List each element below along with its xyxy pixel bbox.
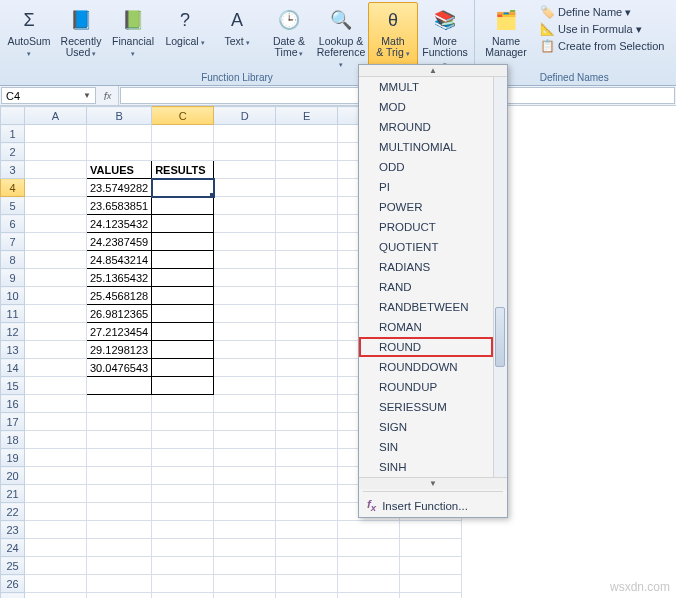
cell-I26[interactable]	[338, 575, 400, 593]
cell-B15[interactable]	[87, 377, 152, 395]
dropdown-scroll-down[interactable]: ▼	[359, 477, 507, 489]
cell-C15[interactable]	[152, 377, 214, 395]
lookup-button[interactable]: 🔍 Lookup &Reference ▾	[316, 2, 366, 71]
cell-C22[interactable]	[152, 503, 214, 521]
row-header-10[interactable]: 10	[1, 287, 25, 305]
cell-E18[interactable]	[276, 431, 338, 449]
row-header-8[interactable]: 8	[1, 251, 25, 269]
row-header-27[interactable]: 27	[1, 593, 25, 599]
name-box-arrow-icon[interactable]: ▼	[83, 91, 91, 100]
cell-E16[interactable]	[276, 395, 338, 413]
cell-I27[interactable]	[338, 593, 400, 599]
cell-J24[interactable]	[400, 539, 462, 557]
cell-I23[interactable]	[338, 521, 400, 539]
cell-E27[interactable]	[276, 593, 338, 599]
logical-button[interactable]: ? Logical ▾	[160, 2, 210, 71]
cell-A13[interactable]	[25, 341, 87, 359]
cell-D6[interactable]	[214, 215, 276, 233]
cell-C10[interactable]	[152, 287, 214, 305]
cell-C24[interactable]	[152, 539, 214, 557]
cell-C14[interactable]	[152, 359, 214, 377]
cell-E1[interactable]	[276, 125, 338, 143]
row-header-26[interactable]: 26	[1, 575, 25, 593]
cell-B5[interactable]: 23.6583851	[87, 197, 152, 215]
row-header-17[interactable]: 17	[1, 413, 25, 431]
name-manager-button[interactable]: 🗂️ Name Manager	[479, 2, 533, 71]
dropdown-scroll-up[interactable]: ▲	[359, 65, 507, 77]
cell-C5[interactable]	[152, 197, 214, 215]
dropdown-item-sign[interactable]: SIGN	[359, 417, 493, 437]
row-header-3[interactable]: 3	[1, 161, 25, 179]
cell-E8[interactable]	[276, 251, 338, 269]
cell-D12[interactable]	[214, 323, 276, 341]
cell-D24[interactable]	[214, 539, 276, 557]
cell-A7[interactable]	[25, 233, 87, 251]
row-header-6[interactable]: 6	[1, 215, 25, 233]
insert-function-item[interactable]: fx Insert Function...	[359, 494, 507, 517]
cell-C23[interactable]	[152, 521, 214, 539]
cell-D5[interactable]	[214, 197, 276, 215]
cell-E5[interactable]	[276, 197, 338, 215]
cell-E20[interactable]	[276, 467, 338, 485]
cell-A3[interactable]	[25, 161, 87, 179]
cell-A26[interactable]	[25, 575, 87, 593]
cell-E24[interactable]	[276, 539, 338, 557]
row-header-16[interactable]: 16	[1, 395, 25, 413]
cell-E26[interactable]	[276, 575, 338, 593]
cell-C3[interactable]: RESULTS	[152, 161, 214, 179]
cell-E13[interactable]	[276, 341, 338, 359]
row-header-20[interactable]: 20	[1, 467, 25, 485]
cell-D4[interactable]	[214, 179, 276, 197]
cell-A4[interactable]	[25, 179, 87, 197]
row-header-1[interactable]: 1	[1, 125, 25, 143]
cell-C16[interactable]	[152, 395, 214, 413]
cell-A23[interactable]	[25, 521, 87, 539]
cell-J25[interactable]	[400, 557, 462, 575]
dropdown-item-multinomial[interactable]: MULTINOMIAL	[359, 137, 493, 157]
row-header-4[interactable]: 4	[1, 179, 25, 197]
row-header-5[interactable]: 5	[1, 197, 25, 215]
fx-icon[interactable]: fx	[97, 86, 119, 105]
cell-A17[interactable]	[25, 413, 87, 431]
row-header-9[interactable]: 9	[1, 269, 25, 287]
cell-A18[interactable]	[25, 431, 87, 449]
dropdown-item-mod[interactable]: MOD	[359, 97, 493, 117]
cell-E6[interactable]	[276, 215, 338, 233]
cell-C21[interactable]	[152, 485, 214, 503]
cell-A5[interactable]	[25, 197, 87, 215]
cell-I24[interactable]	[338, 539, 400, 557]
cell-A14[interactable]	[25, 359, 87, 377]
cell-D22[interactable]	[214, 503, 276, 521]
dropdown-item-randbetween[interactable]: RANDBETWEEN	[359, 297, 493, 317]
col-header-B[interactable]: B	[87, 107, 152, 125]
dropdown-item-round[interactable]: ROUND	[359, 337, 493, 357]
cell-D14[interactable]	[214, 359, 276, 377]
row-header-11[interactable]: 11	[1, 305, 25, 323]
cell-B16[interactable]	[87, 395, 152, 413]
dropdown-item-sinh[interactable]: SINH	[359, 457, 493, 477]
cell-A24[interactable]	[25, 539, 87, 557]
cell-D26[interactable]	[214, 575, 276, 593]
col-header-A[interactable]: A	[25, 107, 87, 125]
cell-E22[interactable]	[276, 503, 338, 521]
more-button[interactable]: 📚 MoreFunctions ▾	[420, 2, 470, 71]
cell-B21[interactable]	[87, 485, 152, 503]
cell-A10[interactable]	[25, 287, 87, 305]
cell-A6[interactable]	[25, 215, 87, 233]
dropdown-item-seriessum[interactable]: SERIESSUM	[359, 397, 493, 417]
cell-I25[interactable]	[338, 557, 400, 575]
cell-E10[interactable]	[276, 287, 338, 305]
row-header-15[interactable]: 15	[1, 377, 25, 395]
cell-B24[interactable]	[87, 539, 152, 557]
cell-B14[interactable]: 30.0476543	[87, 359, 152, 377]
cell-A20[interactable]	[25, 467, 87, 485]
cell-C12[interactable]	[152, 323, 214, 341]
cell-A25[interactable]	[25, 557, 87, 575]
cell-B8[interactable]: 24.8543214	[87, 251, 152, 269]
cell-J26[interactable]	[400, 575, 462, 593]
cell-B10[interactable]: 25.4568128	[87, 287, 152, 305]
cell-B18[interactable]	[87, 431, 152, 449]
cell-D23[interactable]	[214, 521, 276, 539]
cell-C26[interactable]	[152, 575, 214, 593]
name-box[interactable]: C4 ▼	[1, 87, 96, 104]
